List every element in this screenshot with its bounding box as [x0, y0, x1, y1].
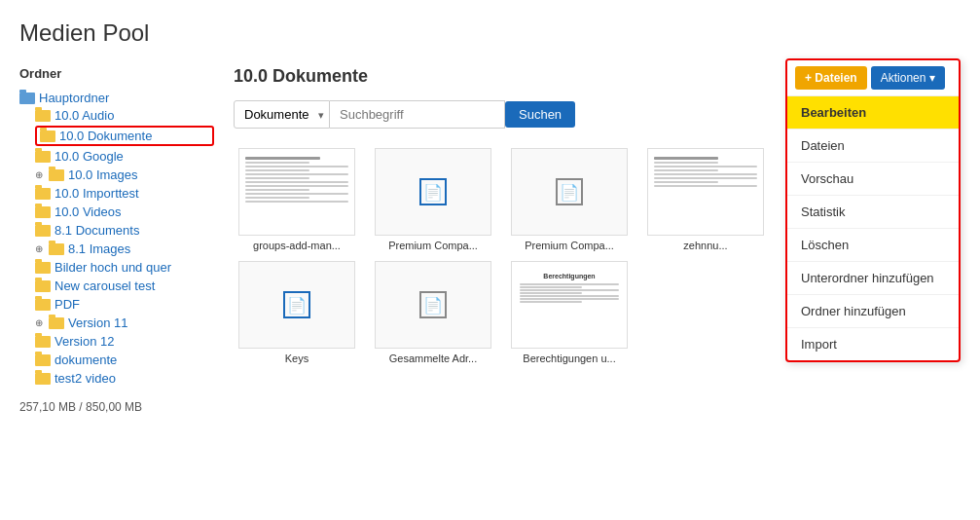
search-type-wrapper: Dokumente — [234, 100, 330, 129]
folder-icon-audio — [35, 110, 51, 122]
folder-root[interactable]: Hauptordner — [19, 90, 214, 106]
section-title: 10.0 Dokumente — [234, 66, 368, 87]
page-title: Medien Pool — [19, 19, 961, 47]
folder-root-link[interactable]: Hauptordner — [39, 91, 109, 105]
dropdown-aktionen-label: Aktionen — [881, 71, 926, 85]
dropdown-header: Dateien Aktionen ▾ — [787, 60, 959, 96]
folder-icon-videos — [35, 206, 51, 218]
folder-tree: Hauptordner 10.0 Audio 10.0 Dokumente — [19, 89, 214, 389]
menu-item-statistik[interactable]: Statistik — [787, 196, 959, 229]
menu-item-unterordner[interactable]: Unterordner hinzufügen — [787, 262, 959, 295]
folder-dokumente-link[interactable]: 10.0 Dokumente — [59, 129, 152, 143]
folder-carousel[interactable]: New carousel test — [35, 278, 214, 294]
folder-icon-importtest — [35, 188, 51, 200]
folder-81images[interactable]: ⊕ 8.1 Images — [35, 241, 214, 257]
file-item[interactable]: groups-add-man... — [234, 148, 360, 251]
folder-videos[interactable]: 10.0 Videos — [35, 204, 214, 220]
file-thumbnail — [238, 148, 355, 236]
file-item[interactable]: 📄 Keys — [234, 261, 360, 364]
folder-test2video-link[interactable]: test2 video — [54, 371, 116, 386]
folder-icon-images — [49, 169, 64, 181]
folder-icon-81doc — [35, 225, 51, 237]
search-type-select[interactable]: Dokumente — [234, 100, 330, 129]
file-label: Premium Compa... — [375, 240, 491, 251]
file-thumbnail: Berechtigungen — [511, 261, 628, 349]
doc-preview — [239, 149, 354, 235]
file-label: zehnnu... — [647, 240, 764, 251]
dropdown-menu: Dateien Aktionen ▾ Bearbeiten Dateien Vo… — [785, 58, 961, 362]
folder-google-link[interactable]: 10.0 Google — [54, 149, 124, 164]
doc-preview3: Berechtigungen — [512, 262, 627, 348]
file-label: Berechtigungen u... — [511, 353, 628, 364]
folder-test2video[interactable]: test2 video — [35, 370, 214, 387]
file-thumbnail: 📄 — [238, 261, 355, 349]
expand-images-icon[interactable]: ⊕ — [35, 169, 45, 180]
folder-icon-google — [35, 151, 51, 163]
file-thumbnail: 📄 — [375, 261, 491, 349]
folder-v11[interactable]: ⊕ Version 11 — [35, 315, 214, 331]
folder-images-link[interactable]: 10.0 Images — [68, 167, 138, 182]
folder-google[interactable]: 10.0 Google — [35, 148, 214, 165]
folder-subtree: 10.0 Audio 10.0 Dokumente 10.0 Google — [19, 106, 214, 388]
folder-importtest-link[interactable]: 10.0 Importtest — [54, 186, 139, 201]
doc-preview2 — [648, 149, 763, 235]
folder-icon-v11 — [49, 317, 64, 329]
file-label: Gesammelte Adr... — [375, 353, 491, 364]
menu-item-bearbeiten[interactable]: Bearbeiten — [787, 96, 959, 130]
folder-v11-link[interactable]: Version 11 — [68, 316, 127, 330]
file-item[interactable]: 📄 Gesammelte Adr... — [370, 261, 496, 364]
folder-v12[interactable]: Version 12 — [35, 333, 214, 350]
file-thumbnail — [647, 148, 764, 236]
menu-item-dateien[interactable]: Dateien — [787, 130, 959, 163]
file-item[interactable]: 📄 Premium Compa... — [506, 148, 633, 251]
folder-importtest[interactable]: 10.0 Importtest — [35, 185, 214, 202]
dropdown-chevron-icon: ▾ — [929, 71, 935, 85]
dropdown-add-files-button[interactable]: Dateien — [795, 66, 867, 90]
menu-item-import[interactable]: Import — [787, 328, 959, 360]
folder-icon-dok2 — [35, 354, 51, 366]
doc-icon-keys: 📄 — [283, 291, 310, 318]
menu-item-ordner[interactable]: Ordner hinzufügen — [787, 295, 959, 328]
folder-81documents-link[interactable]: 8.1 Documents — [54, 223, 139, 238]
folder-bilder[interactable]: Bilder hoch und quer — [35, 259, 214, 276]
folder-images[interactable]: ⊕ 10.0 Images — [35, 167, 214, 183]
sidebar: Ordner Hauptordner 10.0 Audio — [19, 66, 214, 414]
folder-icon-pdf — [35, 299, 51, 311]
doc-icon2: 📄 — [556, 178, 583, 205]
folder-81images-link[interactable]: 8.1 Images — [68, 241, 130, 256]
folder-icon-v12 — [35, 336, 51, 348]
folder-icon-81images — [49, 243, 64, 255]
search-input[interactable] — [330, 100, 505, 129]
folder-icon-bilder — [35, 262, 51, 274]
file-item[interactable]: Berechtigungen Berechtigungen u... — [506, 261, 633, 364]
folder-carousel-link[interactable]: New carousel test — [54, 279, 155, 293]
doc-icon: 📄 — [419, 178, 447, 205]
file-thumbnail: 📄 — [511, 148, 628, 236]
file-item[interactable]: 📄 Premium Compa... — [370, 148, 496, 251]
folder-icon-carousel — [35, 280, 51, 292]
search-button[interactable]: Suchen — [505, 101, 575, 128]
folder-pdf[interactable]: PDF — [35, 296, 214, 313]
menu-item-vorschau[interactable]: Vorschau — [787, 163, 959, 196]
folder-v12-link[interactable]: Version 12 — [54, 334, 114, 349]
folder-dokumente[interactable]: 10.0 Dokumente — [35, 126, 214, 146]
menu-item-loeschen[interactable]: Löschen — [787, 229, 959, 262]
folder-icon-dokumente — [40, 130, 55, 142]
folder-audio[interactable]: 10.0 Audio — [35, 107, 214, 124]
file-label: Premium Compa... — [511, 240, 628, 251]
folder-pdf-link[interactable]: PDF — [54, 297, 80, 312]
file-thumbnail: 📄 — [375, 148, 491, 236]
file-item[interactable]: zehnnu... — [642, 148, 769, 251]
expand-v11-icon[interactable]: ⊕ — [35, 317, 45, 328]
folder-videos-link[interactable]: 10.0 Videos — [54, 204, 121, 219]
doc-icon-adr: 📄 — [419, 291, 447, 318]
folder-dokumente2[interactable]: dokumente — [35, 352, 214, 368]
sidebar-title: Ordner — [19, 66, 214, 81]
folder-bilder-link[interactable]: Bilder hoch und quer — [54, 260, 171, 275]
folder-dokumente2-link[interactable]: dokumente — [54, 353, 117, 367]
action-area: Dateien Aktionen ▾ Dateien Aktionen ▾ — [785, 66, 961, 100]
folder-audio-link[interactable]: 10.0 Audio — [54, 108, 114, 123]
folder-81documents[interactable]: 8.1 Documents — [35, 222, 214, 239]
expand-81images-icon[interactable]: ⊕ — [35, 243, 45, 254]
dropdown-aktionen-button[interactable]: Aktionen ▾ — [871, 66, 946, 90]
